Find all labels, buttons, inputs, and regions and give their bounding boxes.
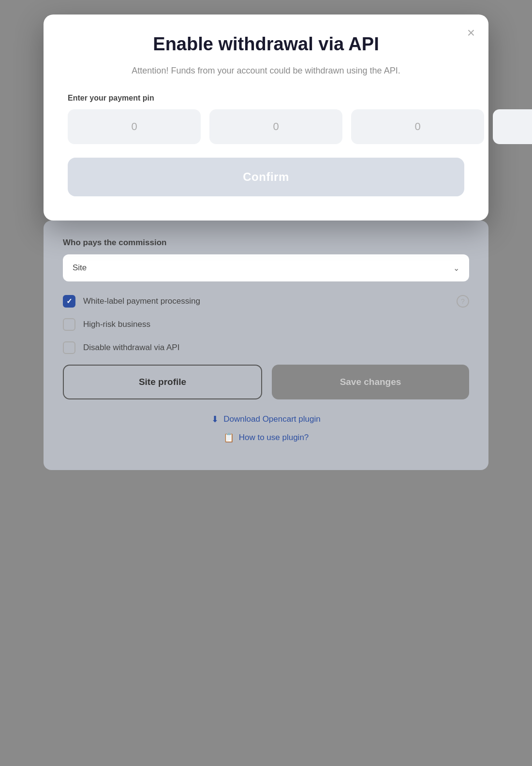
how-to-link-row[interactable]: 📋 How to use plugin? [63,432,469,443]
commission-value: Site [73,263,87,273]
modal-title: Enable withdrawal via API [68,34,464,55]
download-icon: ⬇ [211,414,219,425]
download-opencart-link[interactable]: Download Opencart plugin [223,414,320,424]
background-content: Who pays the commission Site ⌄ White-lab… [44,221,488,470]
checkbox-disable-withdrawal[interactable] [63,341,75,354]
pin-input-2[interactable] [209,109,342,144]
checkbox-white-label[interactable] [63,295,75,308]
page-wrapper: × Enable withdrawal via API Attention! F… [44,15,488,470]
pin-input-1[interactable] [68,109,201,144]
commission-label: Who pays the commission [63,238,469,248]
checkbox-row-high-risk: High-risk business [63,318,469,331]
checkbox-label-high-risk: High-risk business [83,320,469,329]
close-button[interactable]: × [467,26,475,40]
pin-input-4[interactable] [493,109,532,144]
checkbox-label-disable-withdrawal: Disable withdrawal via API [83,343,469,353]
confirm-button[interactable]: Confirm [68,158,464,196]
modal-subtitle: Attention! Funds from your account could… [68,64,464,77]
action-buttons-row: Site profile Save changes [63,365,469,399]
checkbox-row-disable-withdrawal: Disable withdrawal via API [63,341,469,354]
download-opencart-link-row[interactable]: ⬇ Download Opencart plugin [63,414,469,425]
checkbox-row-white-label: White-label payment processing ? [63,295,469,308]
document-icon: 📋 [223,432,234,443]
chevron-down-icon: ⌄ [453,264,459,273]
site-profile-button[interactable]: Site profile [63,365,262,399]
checkbox-high-risk[interactable] [63,318,75,331]
pin-inputs-row [68,109,464,144]
pin-label: Enter your payment pin [68,94,464,103]
commission-dropdown[interactable]: Site ⌄ [63,254,469,281]
how-to-link[interactable]: How to use plugin? [239,433,309,442]
pin-input-3[interactable] [351,109,484,144]
modal-dialog: × Enable withdrawal via API Attention! F… [44,15,488,221]
save-changes-button[interactable]: Save changes [272,365,469,399]
help-icon-white-label[interactable]: ? [457,295,469,308]
checkbox-label-white-label: White-label payment processing [83,296,449,306]
